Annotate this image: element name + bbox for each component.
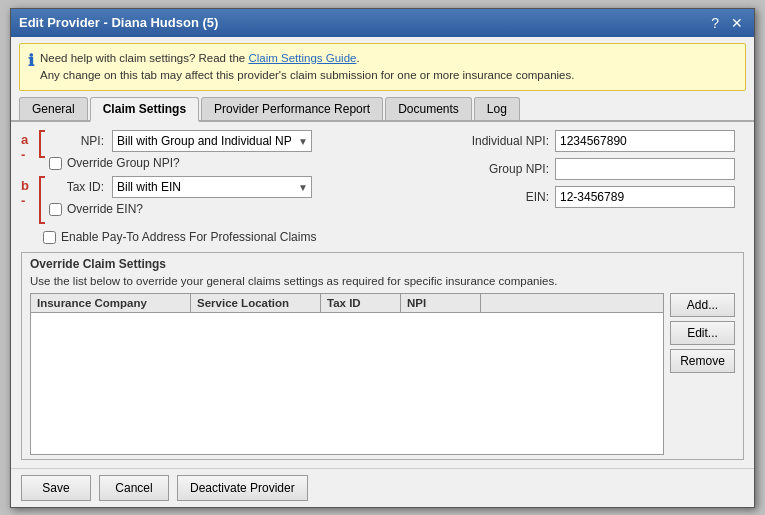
override-inner: Insurance Company Service Location Tax I… (30, 293, 735, 455)
enable-payto-label: Enable Pay-To Address For Professional C… (61, 230, 316, 244)
edit-button[interactable]: Edit... (670, 321, 735, 345)
alert-text: Need help with claim settings? Read the … (40, 50, 574, 85)
override-table: Insurance Company Service Location Tax I… (30, 293, 664, 455)
alert-line2: Any change on this tab may affect this p… (40, 69, 574, 81)
ein-row: EIN: (464, 186, 744, 208)
info-icon: ℹ (28, 51, 34, 70)
section-b-fields: Tax ID: Bill with EIN Bill with SSN ▼ (49, 176, 454, 216)
table-header-row: Insurance Company Service Location Tax I… (31, 294, 663, 313)
col-header-service-location: Service Location (191, 294, 321, 312)
remove-button[interactable]: Remove (670, 349, 735, 373)
help-button[interactable]: ? (708, 15, 722, 31)
ein-input[interactable] (555, 186, 735, 208)
table-body (31, 313, 663, 454)
col-header-insurance-company: Insurance Company (31, 294, 191, 312)
override-section-desc: Use the list below to override your gene… (30, 275, 735, 287)
override-group-npi-row: Override Group NPI? (49, 156, 454, 170)
col-header-tax-id: Tax ID (321, 294, 401, 312)
cancel-button[interactable]: Cancel (99, 475, 169, 501)
enable-payto-checkbox[interactable] (43, 231, 56, 244)
tax-id-label: Tax ID: (49, 180, 104, 194)
tax-id-row: Tax ID: Bill with EIN Bill with SSN ▼ (49, 176, 454, 198)
alert-line1-end: . (356, 52, 359, 64)
group-npi-input[interactable] (555, 158, 735, 180)
section-a-bracket (39, 130, 45, 158)
override-section: Override Claim Settings Use the list bel… (21, 252, 744, 460)
tab-bar: General Claim Settings Provider Performa… (11, 97, 754, 122)
override-action-buttons: Add... Edit... Remove (670, 293, 735, 455)
title-bar: Edit Provider - Diana Hudson (5) ? ✕ (11, 9, 754, 37)
npi-row: NPI: Bill with Group and Individual NPI … (49, 130, 454, 152)
ein-label: EIN: (464, 190, 549, 204)
section-a-label: a - (21, 130, 35, 162)
tax-id-dropdown-wrapper: Bill with EIN Bill with SSN ▼ (112, 176, 312, 198)
content-area: a - NPI: Bill with Group and Individual … (11, 122, 754, 468)
section-b-label: b - (21, 176, 35, 208)
tab-provider-performance-report[interactable]: Provider Performance Report (201, 97, 383, 120)
npi-dropdown[interactable]: Bill with Group and Individual NPI Bill … (112, 130, 312, 152)
section-b: b - Tax ID: Bill with EIN Bill with SSN … (21, 176, 454, 224)
title-controls: ? ✕ (708, 15, 746, 31)
deactivate-provider-button[interactable]: Deactivate Provider (177, 475, 308, 501)
npi-label: NPI: (49, 134, 104, 148)
close-button[interactable]: ✕ (728, 15, 746, 31)
individual-npi-label: Individual NPI: (464, 134, 549, 148)
override-ein-label: Override EIN? (67, 202, 143, 216)
tax-id-dropdown[interactable]: Bill with EIN Bill with SSN (112, 176, 312, 198)
individual-npi-row: Individual NPI: (464, 130, 744, 152)
col-header-npi: NPI (401, 294, 481, 312)
section-b-bracket (39, 176, 45, 224)
right-fields-group: Individual NPI: Group NPI: EIN: (464, 130, 744, 208)
save-button[interactable]: Save (21, 475, 91, 501)
individual-npi-input[interactable] (555, 130, 735, 152)
col-header-extra (481, 294, 663, 312)
tab-log[interactable]: Log (474, 97, 520, 120)
override-section-title: Override Claim Settings (30, 257, 735, 271)
footer: Save Cancel Deactivate Provider (11, 468, 754, 507)
enable-payto-row: Enable Pay-To Address For Professional C… (43, 230, 454, 244)
edit-provider-dialog: Edit Provider - Diana Hudson (5) ? ✕ ℹ N… (10, 8, 755, 508)
section-a-fields: NPI: Bill with Group and Individual NPI … (49, 130, 454, 170)
override-ein-checkbox[interactable] (49, 203, 62, 216)
override-group-npi-label: Override Group NPI? (67, 156, 180, 170)
tab-claim-settings[interactable]: Claim Settings (90, 97, 199, 122)
group-npi-row: Group NPI: (464, 158, 744, 180)
section-a: a - NPI: Bill with Group and Individual … (21, 130, 454, 170)
alert-bar: ℹ Need help with claim settings? Read th… (19, 43, 746, 92)
tab-documents[interactable]: Documents (385, 97, 472, 120)
tab-general[interactable]: General (19, 97, 88, 120)
override-ein-row: Override EIN? (49, 202, 454, 216)
dialog-title: Edit Provider - Diana Hudson (5) (19, 15, 218, 30)
alert-line1-prefix: Need help with claim settings? Read the (40, 52, 248, 64)
group-npi-label: Group NPI: (464, 162, 549, 176)
claim-settings-guide-link[interactable]: Claim Settings Guide (248, 52, 356, 64)
add-button[interactable]: Add... (670, 293, 735, 317)
npi-dropdown-wrapper: Bill with Group and Individual NPI Bill … (112, 130, 312, 152)
override-group-npi-checkbox[interactable] (49, 157, 62, 170)
